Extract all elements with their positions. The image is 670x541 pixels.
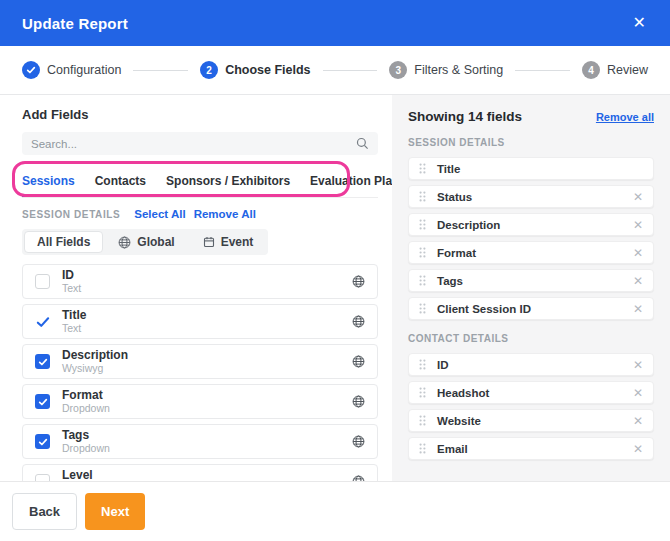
tab-sessions[interactable]: Sessions [22, 174, 75, 197]
selected-field-title: Title [408, 157, 654, 180]
remove-all-fields-link[interactable]: Remove all [596, 111, 654, 123]
step-number: 3 [389, 61, 407, 79]
session-details-label: SESSION DETAILS [22, 209, 120, 220]
selected-field-name: Email [437, 443, 468, 455]
drag-handle-icon[interactable] [419, 303, 426, 314]
stepper-connector [133, 70, 188, 71]
field-name: Tags [62, 429, 110, 443]
remove-field-icon[interactable]: ✕ [633, 191, 643, 203]
remove-all-link[interactable]: Remove All [194, 208, 256, 220]
step-configuration[interactable]: Configuration [22, 61, 121, 79]
field-card-level: LevelDropdown [22, 464, 378, 481]
close-icon[interactable]: ✕ [631, 13, 648, 33]
selected-field-name: Tags [437, 275, 463, 287]
field-card-id: IDText [22, 264, 378, 299]
drag-handle-icon[interactable] [419, 247, 426, 258]
tab-evaluation-plans[interactable]: Evaluation Plans [310, 174, 392, 197]
field-text: IDText [62, 269, 81, 295]
showing-fields-count: Showing 14 fields [408, 109, 522, 124]
scope-event[interactable]: Event [190, 231, 267, 253]
check-icon[interactable] [35, 314, 50, 329]
search-box[interactable] [22, 132, 378, 155]
step-number: 2 [200, 61, 218, 79]
tab-sponsors-exhibitors[interactable]: Sponsors / Exhibitors [166, 174, 290, 197]
remove-field-icon[interactable]: ✕ [633, 415, 643, 427]
field-text: FormatDropdown [62, 389, 110, 415]
remove-field-icon[interactable]: ✕ [633, 443, 643, 455]
checkbox[interactable] [35, 354, 50, 369]
step-review[interactable]: 4Review [582, 61, 648, 79]
group-label: SESSION DETAILS [408, 137, 654, 148]
scope-all-fields[interactable]: All Fields [24, 231, 103, 253]
field-type: Text [62, 322, 86, 334]
globe-icon [352, 475, 365, 481]
field-name: ID [62, 269, 81, 283]
step-choose-fields[interactable]: 2Choose Fields [200, 61, 310, 79]
scope-global[interactable]: Global [105, 231, 187, 253]
remove-field-icon[interactable]: ✕ [633, 275, 643, 287]
selected-fields-header: Showing 14 fields Remove all [408, 109, 654, 124]
selected-field-groups: SESSION DETAILS Title Status✕ Descriptio… [408, 137, 654, 460]
drag-handle-icon[interactable] [419, 415, 426, 426]
field-type: Dropdown [62, 402, 110, 414]
field-category-tabs: SessionsContactsSponsors / ExhibitorsEva… [22, 167, 378, 198]
remove-field-icon[interactable]: ✕ [633, 359, 643, 371]
step-label: Configuration [47, 63, 121, 77]
step-filters-sorting[interactable]: 3Filters & Sorting [389, 61, 503, 79]
add-fields-panel: Add Fields SessionsContactsSponsors / Ex… [0, 95, 392, 481]
drag-handle-icon[interactable] [419, 219, 426, 230]
globe-icon [352, 435, 365, 448]
field-card-tags: TagsDropdown [22, 424, 378, 459]
remove-field-icon[interactable]: ✕ [633, 219, 643, 231]
scope-label: Event [221, 235, 254, 249]
selected-field-name: Website [437, 415, 481, 427]
field-text: DescriptionWysiwyg [62, 349, 128, 375]
calendar-icon [203, 236, 215, 248]
checkbox[interactable] [35, 434, 50, 449]
selected-field-id: ID✕ [408, 353, 654, 376]
drag-handle-icon[interactable] [419, 163, 426, 174]
drag-handle-icon[interactable] [419, 359, 426, 370]
stepper-connector [323, 70, 378, 71]
globe-icon [118, 236, 131, 249]
field-text: TagsDropdown [62, 429, 110, 455]
scope-filter: All Fields Global Event [22, 229, 268, 255]
selected-field-name: Status [437, 191, 472, 203]
back-button[interactable]: Back [12, 493, 77, 530]
remove-field-icon[interactable]: ✕ [633, 303, 643, 315]
group-contact-details: CONTACT DETAILS ID✕ Headshot✕ Website✕ E… [408, 333, 654, 460]
tab-contacts[interactable]: Contacts [95, 174, 146, 197]
selected-field-name: Headshot [437, 387, 489, 399]
drag-handle-icon[interactable] [419, 443, 426, 454]
scope-label: All Fields [37, 235, 90, 249]
drag-handle-icon[interactable] [419, 387, 426, 398]
checkbox[interactable] [35, 274, 50, 289]
remove-field-icon[interactable]: ✕ [633, 387, 643, 399]
add-fields-heading: Add Fields [22, 107, 378, 122]
field-name: Description [62, 349, 128, 363]
selected-field-headshot: Headshot✕ [408, 381, 654, 404]
field-card-description: DescriptionWysiwyg [22, 344, 378, 379]
search-input[interactable] [31, 138, 356, 150]
field-list: IDText TitleText DescriptionWysiwyg Form… [22, 264, 378, 481]
remove-field-icon[interactable]: ✕ [633, 247, 643, 259]
field-card-title: TitleText [22, 304, 378, 339]
selected-field-description: Description✕ [408, 213, 654, 236]
section-row: SESSION DETAILS Select All Remove All [22, 208, 378, 220]
checkbox[interactable] [35, 394, 50, 409]
selected-field-name: Description [437, 219, 500, 231]
selected-field-name: Title [437, 163, 460, 175]
step-label: Filters & Sorting [414, 63, 503, 77]
step-label: Choose Fields [225, 63, 310, 77]
field-text: TitleText [62, 309, 86, 335]
drag-handle-icon[interactable] [419, 275, 426, 286]
update-report-modal: Update Report ✕ Configuration2Choose Fie… [0, 0, 670, 541]
step-number: 4 [582, 61, 600, 79]
drag-handle-icon[interactable] [419, 191, 426, 202]
checkbox[interactable] [35, 474, 50, 481]
selected-field-tags: Tags✕ [408, 269, 654, 292]
next-button[interactable]: Next [85, 493, 145, 530]
field-type: Dropdown [62, 442, 110, 454]
select-all-link[interactable]: Select All [134, 208, 185, 220]
field-card-format: FormatDropdown [22, 384, 378, 419]
